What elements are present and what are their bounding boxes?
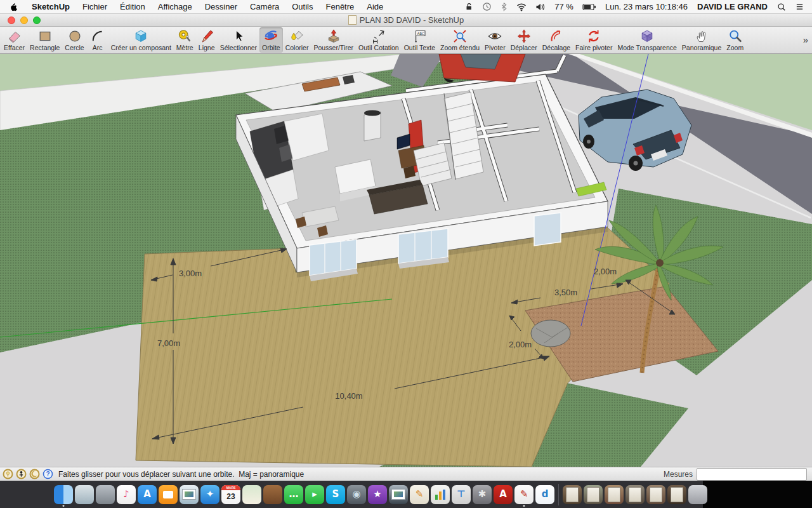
tool-zoom[interactable]: Zoom [724,27,746,53]
dock-item-contacts[interactable] [263,483,282,506]
metre-icon [176,28,193,44]
dock-item-doc-6[interactable] [667,483,686,506]
measurements-label: Mesures [664,470,693,479]
zoom-button[interactable] [33,17,41,24]
tool-colorier[interactable]: Colorier [283,27,311,53]
minimize-button[interactable] [20,17,28,24]
lock-icon[interactable] [460,2,478,11]
rock[interactable] [531,320,570,347]
dock-item-doc-1[interactable] [563,483,582,506]
geolocation-icon[interactable] [3,469,13,479]
dock-item-doc-3[interactable] [605,483,624,506]
person-credit-icon[interactable] [16,469,27,479]
tool-texte[interactable]: ABCOutil Texte [402,27,438,53]
dock-item-disk-doctor[interactable] [96,483,115,506]
tool-rectangle[interactable]: Rectangle [27,27,62,53]
dock-item-sketchup[interactable]: ✎ [514,483,534,506]
menu-edition[interactable]: Édition [114,2,152,11]
system-preferences-icon: ✱ [473,485,492,504]
measurements-input[interactable] [697,468,807,481]
tool-selectionner[interactable]: Sélectionner [218,27,259,53]
tool-metre[interactable]: Mètre [174,27,196,53]
user-menu[interactable]: DAVID LE GRAND [692,2,773,11]
dock-item-doc-5[interactable] [646,483,665,506]
dock-item-photo-booth[interactable]: ◉ [347,483,366,506]
tool-fairepivoter[interactable]: Faire pivoter [573,27,615,53]
dim-gravel-top: 2,00m [594,267,617,276]
dock-item-numbers[interactable] [431,483,450,506]
moon-credit-icon[interactable] [29,469,40,479]
tool-orbite[interactable]: Orbite [259,27,283,53]
menu-camera[interactable]: Caméra [244,2,285,11]
dock-item-app-store[interactable]: A [138,483,157,506]
trash-icon [688,485,707,504]
apple-menu[interactable] [0,2,25,12]
volume-icon[interactable] [531,3,550,11]
tool-panoramique[interactable]: Panoramique [679,27,724,53]
svg-text:ABC: ABC [417,31,424,35]
tool-ligne[interactable]: Ligne [196,27,218,53]
dock-item-finder[interactable] [54,483,73,506]
close-button[interactable] [8,17,15,24]
dock-item-messages[interactable]: … [284,483,303,506]
menu-fenetre[interactable]: Fenêtre [319,2,360,11]
menu-outils[interactable]: Outils [285,2,319,11]
menu-dessiner[interactable]: Dessiner [199,2,244,11]
dock-item-trash[interactable] [688,483,707,506]
help-icon[interactable]: ? [43,469,53,479]
dim-deck-depth: 7,00m [157,338,180,348]
dock-item-techtool-pro[interactable] [75,483,94,506]
dock-item-maps[interactable] [242,483,261,506]
transparence-icon [639,28,655,44]
wifi-icon[interactable] [512,3,531,11]
menu-clock[interactable]: Lun. 23 mars 10:18:46 [601,2,692,11]
dock-item-doc-2[interactable] [584,483,603,506]
dock-item-facetime[interactable]: ▸ [305,483,324,506]
tool-decalage[interactable]: Décalage [540,27,573,53]
tool-composant[interactable]: Créer un composant [108,27,174,53]
menu-affichage[interactable]: Affichage [152,2,199,11]
bluetooth-icon[interactable] [496,2,512,11]
tool-deplacer[interactable]: Déplacer [508,27,540,53]
tool-cotation[interactable]: Outil Cotation [356,27,402,53]
menu-app-name[interactable]: SketchUp [25,2,76,11]
menu-aide[interactable]: Aide [360,2,390,11]
doc-4-icon [625,485,645,504]
dock-item-doc-4[interactable] [625,483,645,506]
tool-arc[interactable]: Arc [87,27,108,53]
dock-item-skype[interactable]: S [326,483,345,506]
tool-pivoter[interactable]: Pivoter [482,27,508,53]
window-title: PLAN 3D DAVID - SketchUp [360,15,464,25]
dock-item-image-capture[interactable] [389,483,408,506]
dock-item-system-preferences[interactable]: ✱ [473,483,492,506]
menu-fichier[interactable]: Fichier [76,2,114,11]
facetime-icon: ▸ [305,485,324,504]
decalage-icon [548,28,565,44]
dock-item-imovie[interactable]: ★ [368,483,387,506]
dock-item-pages[interactable]: ✎ [410,483,429,506]
dock-item-itunes[interactable]: ♪ [117,483,136,506]
dock-item-adobe-reader[interactable]: A [494,483,513,506]
tool-effacer[interactable]: Effacer [1,27,27,53]
dock-item-keynote[interactable]: ⊤ [452,483,471,506]
battery-icon [578,3,601,11]
dock-item-calendar[interactable]: MARS23 [221,483,240,506]
time-machine-icon[interactable] [478,2,496,11]
tool-label: Pousser/Tirer [313,44,353,51]
tool-transparence[interactable]: Mode Transparence [615,27,679,53]
dock-item-domofinance[interactable]: d [535,483,554,506]
sketchup-icon: ✎ [514,485,534,504]
notification-center-icon[interactable] [790,3,812,11]
tool-pousser[interactable]: Pousser/Tirer [311,27,356,53]
dock-item-safari[interactable]: ✦ [200,483,219,506]
toolbar-overflow-chevron[interactable]: » [803,34,808,45]
spotlight-search-icon[interactable] [773,3,790,11]
dock-item-preview[interactable] [180,483,199,506]
tool-zoometendu[interactable]: Zoom étendu [438,27,482,53]
tool-cercle[interactable]: Cercle [62,27,86,53]
dock-item-ibooks[interactable] [159,483,178,506]
apple-icon [9,2,18,12]
calendar-icon: MARS23 [221,485,240,504]
viewport-canvas[interactable]: 3,00m 7,00m 10,40m 3,50m 2,00m 2,00m [0,54,812,467]
dim-deck-length: 10,40m [335,391,362,401]
